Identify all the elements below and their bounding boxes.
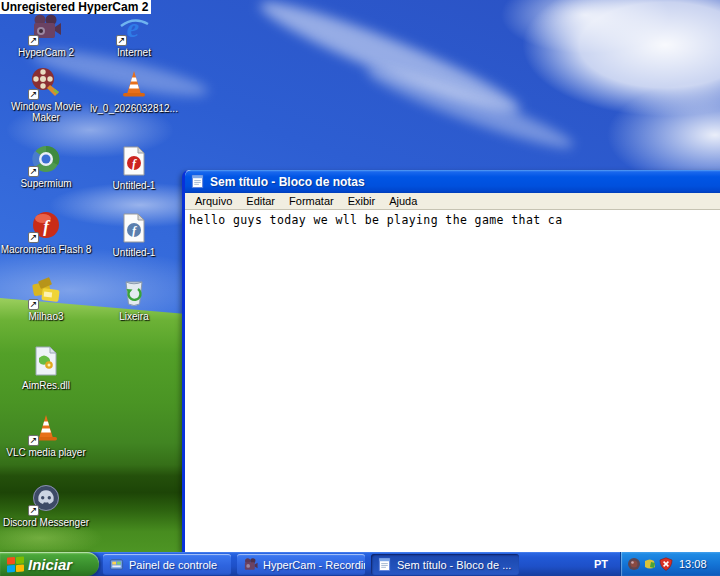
menu-exibir[interactable]: Exibir [341, 194, 383, 208]
desktop-icon-internet[interactable]: e ↗ Internet [88, 12, 180, 58]
menu-formatar[interactable]: Formatar [282, 194, 341, 208]
discord-icon: ↗ [30, 482, 62, 514]
notepad-icon [377, 557, 392, 572]
hypercam-icon [243, 557, 258, 572]
vlc-cone-icon: ↗ [30, 412, 62, 444]
start-button[interactable]: Iniciar [0, 552, 99, 576]
icon-label: Macromedia Flash 8 [0, 244, 92, 255]
flash8-icon: f ↗ [30, 209, 62, 241]
desktop-icon-untitled-1-red[interactable]: f Untitled-1 [88, 145, 180, 191]
taskbar: Iniciar Painel de controle HyperCam - Re… [0, 552, 720, 576]
shortcut-arrow-icon: ↗ [28, 35, 39, 46]
menu-ajuda[interactable]: Ajuda [382, 194, 424, 208]
system-tray: 13:08 [620, 552, 720, 576]
security-alert-icon[interactable] [659, 557, 673, 571]
shortcut-arrow-icon: ↗ [28, 299, 39, 310]
taskbar-item-label: HyperCam - Recording [263, 559, 365, 571]
hypercam-watermark: Unregistered HyperCam 2 [0, 0, 151, 14]
icon-label: Lixeira [88, 311, 180, 322]
flash-doc-red-icon: f [118, 145, 150, 177]
vlc-cone-icon [118, 68, 150, 100]
menu-editar[interactable]: Editar [239, 194, 282, 208]
taskbar-item-notepad[interactable]: Sem título - Bloco de ... [371, 554, 519, 575]
desktop-icon-lv-0-video-file[interactable]: lv_0_2026032812... [88, 68, 180, 114]
icon-label: lv_0_2026032812... [88, 103, 180, 114]
desktop-icon-vlc-media-player[interactable]: ↗ VLC media player [0, 412, 92, 458]
notepad-window: Sem título - Bloco de notas Arquivo Edit… [182, 170, 720, 552]
windows-logo-icon [7, 556, 24, 572]
dll-file-icon [30, 345, 62, 377]
movie-maker-icon: ↗ [30, 66, 62, 98]
desktop-icon-untitled-1-blue[interactable]: f Untitled-1 [88, 212, 180, 258]
desktop-icon-macromedia-flash-8[interactable]: f ↗ Macromedia Flash 8 [0, 209, 92, 255]
icon-label: Untitled-1 [88, 180, 180, 191]
desktop-icon-windows-movie-maker[interactable]: ↗ Windows Movie Maker [0, 66, 92, 123]
desktop-icon-hypercam-2[interactable]: ↗ HyperCam 2 [0, 12, 92, 58]
icon-label: Untitled-1 [88, 247, 180, 258]
notepad-icon [190, 174, 205, 189]
taskbar-item-hypercam-recording[interactable]: HyperCam - Recording [237, 554, 365, 575]
language-indicator[interactable]: PT [586, 552, 616, 576]
icon-label: Windows Movie Maker [7, 101, 85, 123]
shortcut-arrow-icon: ↗ [28, 435, 39, 446]
icon-label: Supermium [0, 178, 92, 189]
icon-label: HyperCam 2 [0, 47, 92, 58]
svg-text:e: e [127, 12, 139, 43]
shortcut-arrow-icon: ↗ [28, 89, 39, 100]
desktop-icon-supermium[interactable]: ↗ Supermium [0, 143, 92, 189]
menu-arquivo[interactable]: Arquivo [188, 194, 239, 208]
taskbar-item-label: Sem título - Bloco de ... [397, 559, 511, 571]
icon-label: Milhao3 [0, 311, 92, 322]
notepad-menu-bar: Arquivo Editar Formatar Exibir Ajuda [185, 193, 720, 210]
shortcut-arrow-icon: ↗ [28, 166, 39, 177]
internet-explorer-icon: e ↗ [118, 12, 150, 44]
shortcut-arrow-icon: ↗ [28, 232, 39, 243]
milhao-icon: ↗ [30, 276, 62, 308]
taskbar-item-label: Painel de controle [129, 559, 217, 571]
desktop: Unregistered HyperCam 2 ↗ HyperCam 2 e ↗… [0, 0, 720, 576]
supermium-icon: ↗ [30, 143, 62, 175]
shortcut-arrow-icon: ↗ [116, 35, 127, 46]
icon-label: VLC media player [0, 447, 92, 458]
desktop-icon-discord-messenger[interactable]: ↗ Discord Messenger [0, 482, 92, 528]
icon-label: AimRes.dll [0, 380, 92, 391]
window-title: Sem título - Bloco de notas [210, 175, 365, 189]
flash-doc-blue-icon: f [118, 212, 150, 244]
icon-label: Internet [88, 47, 180, 58]
desktop-icon-lixeira[interactable]: Lixeira [88, 276, 180, 322]
start-button-label: Iniciar [28, 556, 82, 573]
recycle-bin-icon [118, 276, 150, 308]
taskbar-item-painel-de-controle[interactable]: Painel de controle [103, 554, 231, 575]
volume-app-icon[interactable] [627, 557, 641, 571]
icon-label: Discord Messenger [0, 517, 92, 528]
notepad-title-bar[interactable]: Sem título - Bloco de notas [185, 170, 720, 193]
control-panel-icon [109, 557, 124, 572]
desktop-icon-milhao3[interactable]: ↗ Milhao3 [0, 276, 92, 322]
messenger-app-icon[interactable] [643, 557, 657, 571]
notepad-text-area[interactable]: hello guys today we wll be playing the g… [185, 211, 720, 552]
hypercam-icon: ↗ [30, 12, 62, 44]
shortcut-arrow-icon: ↗ [28, 505, 39, 516]
taskbar-clock[interactable]: 13:08 [679, 558, 707, 570]
desktop-icon-aimres-dll[interactable]: AimRes.dll [0, 345, 92, 391]
